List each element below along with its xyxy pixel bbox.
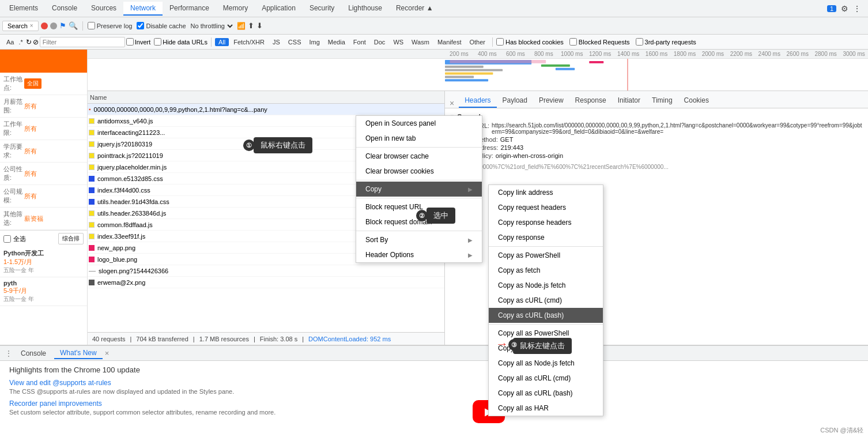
throttle-select[interactable]: No throttling <box>188 22 235 30</box>
education-select[interactable]: 所有 <box>24 147 37 156</box>
ctx-open-sources[interactable]: Open in Sources panel <box>356 116 482 131</box>
copy-response-headers[interactable]: Copy response headers <box>489 215 603 230</box>
settings-icon[interactable]: ⚙ <box>841 4 848 13</box>
job-card-python2[interactable]: pyth 5-9千/月 五险一金 年 <box>0 277 87 306</box>
more-icon[interactable]: ⋮ <box>853 4 861 13</box>
tab-initiator[interactable]: Initiator <box>612 94 646 108</box>
type-all[interactable]: All <box>215 38 229 46</box>
hide-data-urls-label[interactable]: Hide data URLs <box>154 38 207 46</box>
regex-button[interactable]: .* <box>17 38 24 46</box>
network-row[interactable]: — slogen.png?1544426366 <box>88 265 444 277</box>
disable-cache-checkbox[interactable] <box>137 22 144 29</box>
clear-icon[interactable]: ⊘ <box>33 38 39 46</box>
tab-lighthouse[interactable]: Lighthouse <box>341 2 389 16</box>
copy-as-fetch[interactable]: Copy as fetch <box>489 263 603 278</box>
tab-console[interactable]: Console <box>45 2 84 16</box>
type-font[interactable]: Font <box>350 38 369 46</box>
search-button[interactable]: 🔍 <box>69 21 78 30</box>
tab-elements[interactable]: Elements <box>2 2 45 16</box>
tab-payload[interactable]: Payload <box>497 94 533 108</box>
company-size-select[interactable]: 所有 <box>24 192 37 201</box>
tab-whatsnew-btn[interactable]: What's New <box>54 348 103 359</box>
filter-input[interactable] <box>40 37 125 47</box>
location-btn[interactable]: 全国 <box>24 78 41 89</box>
tab-performance[interactable]: Performance <box>163 2 216 16</box>
stop-record-button[interactable] <box>50 22 57 29</box>
blocked-requests[interactable]: Blocked Requests <box>569 38 630 46</box>
tab-recorder[interactable]: Recorder ▲ <box>389 2 440 16</box>
type-manifest[interactable]: Manifest <box>434 38 465 46</box>
console-more-icon[interactable]: ⋮ <box>5 349 13 358</box>
network-row[interactable]: ▪ 000000,000000,0000,00,9,99,python,2,1.… <box>88 104 444 115</box>
copy-all-as-curl-cmd[interactable]: Copy all as cURL (cmd) <box>489 371 603 386</box>
refresh-icon[interactable]: ↻ <box>26 38 32 46</box>
type-other[interactable]: Other <box>466 38 489 46</box>
type-doc[interactable]: Doc <box>371 38 389 46</box>
ctx-clear-cache[interactable]: Clear browser cache <box>356 149 482 164</box>
copy-as-curl-cmd[interactable]: Copy as cURL (cmd) <box>489 293 603 308</box>
company-type-select[interactable]: 所有 <box>24 169 37 178</box>
record-button[interactable] <box>41 22 48 29</box>
preserve-log-label[interactable]: Preserve log <box>88 22 133 29</box>
disable-cache-label[interactable]: Disable cache <box>137 22 186 29</box>
type-media[interactable]: Media <box>324 38 349 46</box>
copy-all-as-curl-bash[interactable]: Copy all as cURL (bash) <box>489 386 603 401</box>
tab-headers[interactable]: Headers <box>459 94 496 108</box>
type-js[interactable]: JS <box>269 38 284 46</box>
preserve-log-checkbox[interactable] <box>88 22 95 29</box>
ctx-header-options[interactable]: Header Options ▶ <box>356 247 482 262</box>
tab-response[interactable]: Response <box>569 94 612 108</box>
whats-new-link1[interactable]: View and edit @supports at-rules <box>9 379 859 387</box>
invert-checkbox[interactable] <box>126 38 134 46</box>
detail-close-btn[interactable]: × <box>450 99 454 108</box>
type-ws[interactable]: WS <box>390 38 407 46</box>
salary-select[interactable]: 所有 <box>24 102 37 111</box>
tab-cookies[interactable]: Cookies <box>678 94 715 108</box>
ctx-open-new-tab[interactable]: Open in new tab <box>356 131 482 146</box>
copy-as-powershell[interactable]: Copy as PowerShell <box>489 248 603 263</box>
sort-btn[interactable]: 综合排 <box>58 233 84 244</box>
search-tab[interactable]: Search × <box>2 21 39 31</box>
has-blocked-cookies[interactable]: Has blocked cookies <box>496 38 564 46</box>
whats-new-link2[interactable]: Recorder panel improvements <box>9 400 859 408</box>
type-img[interactable]: Img <box>305 38 323 46</box>
third-party-requests[interactable]: 3rd-party requests <box>636 38 696 46</box>
ctx-sort-by[interactable]: Sort By ▶ <box>356 232 482 247</box>
tab-network[interactable]: Network <box>123 2 163 16</box>
filter-icon[interactable]: ⚑ <box>59 21 66 30</box>
sep <box>211 37 212 47</box>
network-row[interactable]: erwema@2x.png <box>88 277 444 288</box>
upload-icon[interactable]: ⬆ <box>248 21 254 30</box>
select-all-checkbox[interactable] <box>3 235 11 243</box>
ctx-clear-cookies[interactable]: Clear browser cookies <box>356 164 482 179</box>
copy-all-as-nodejs-fetch[interactable]: Copy all as Node.js fetch <box>489 356 603 371</box>
tab-sources[interactable]: Sources <box>84 2 123 16</box>
copy-response[interactable]: Copy response <box>489 230 603 245</box>
tab-console-btn[interactable]: Console <box>15 348 52 359</box>
type-fetchxhr[interactable]: Fetch/XHR <box>230 38 268 46</box>
tab-application[interactable]: Application <box>255 2 303 16</box>
years-select[interactable]: 所有 <box>24 125 37 133</box>
file-icon-js <box>89 210 95 216</box>
job-card-python[interactable]: Python开发工 1-1.5万/月 五险一金 年 <box>0 247 87 277</box>
other-select[interactable]: 薪资福 <box>24 214 43 223</box>
console-close-btn[interactable]: × <box>105 349 110 357</box>
copy-as-nodejs-fetch[interactable]: Copy as Node.js fetch <box>489 278 603 293</box>
type-wasm[interactable]: Wasm <box>408 38 433 46</box>
copy-request-headers[interactable]: Copy request headers <box>489 200 603 215</box>
tab-memory[interactable]: Memory <box>216 2 255 16</box>
download-icon[interactable]: ⬇ <box>256 21 263 30</box>
type-css[interactable]: CSS <box>285 38 305 46</box>
search-tab-close[interactable]: × <box>30 22 33 29</box>
ctx-copy[interactable]: Copy ▶ <box>356 182 482 197</box>
hide-data-urls-checkbox[interactable] <box>154 38 161 46</box>
tab-preview[interactable]: Preview <box>533 94 569 108</box>
sep: | <box>130 336 131 342</box>
copy-as-curl-bash[interactable]: Copy as cURL (bash) <box>489 308 603 323</box>
copy-link-address[interactable]: Copy link address <box>489 185 603 200</box>
aa-button[interactable]: Aa <box>5 38 16 46</box>
tab-timing[interactable]: Timing <box>646 94 678 108</box>
copy-all-as-har[interactable]: Copy all as HAR <box>489 401 603 416</box>
invert-label[interactable]: Invert <box>126 38 151 46</box>
tab-security[interactable]: Security <box>303 2 341 16</box>
